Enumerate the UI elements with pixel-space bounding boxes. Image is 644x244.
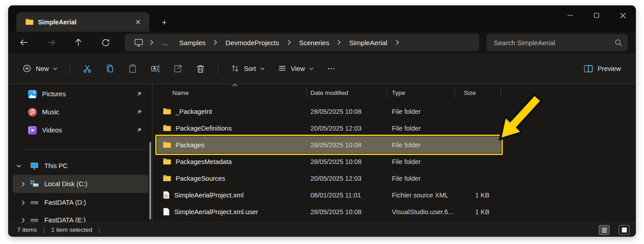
- breadcrumb-item-simpleaerial[interactable]: SimpleAerial: [344, 37, 391, 48]
- sidebar-divider: [22, 149, 146, 150]
- details-view-toggle[interactable]: [599, 225, 610, 235]
- file-type: File folder: [387, 141, 455, 149]
- breadcrumb-chevron-icon[interactable]: [335, 40, 343, 45]
- cut-button[interactable]: [77, 60, 97, 78]
- chevron-down-icon[interactable]: [13, 164, 24, 168]
- file-type: File folder: [387, 108, 455, 115]
- file-type: VisualStudio.user.6...: [387, 208, 455, 216]
- back-button[interactable]: [16, 35, 32, 50]
- main-content: Pictures Music: [8, 84, 636, 222]
- sidebar-item-label: Music: [42, 108, 59, 116]
- table-row-packagesmetadata[interactable]: PackagesMetadata 28/05/2025 10:08 File f…: [156, 153, 501, 170]
- sidebar-item-fastdata-e[interactable]: FastDATA (E:): [13, 211, 148, 222]
- new-plus-icon: [22, 64, 32, 73]
- copy-icon: [105, 64, 115, 74]
- explorer-tab[interactable]: SimpleAerial ✕: [16, 12, 149, 32]
- breadcrumb-overflow-button[interactable]: …: [157, 37, 173, 48]
- breadcrumb-item-samples[interactable]: Samples: [175, 37, 210, 48]
- copy-button[interactable]: [100, 60, 120, 78]
- back-arrow-icon: [19, 38, 29, 47]
- breadcrumb-chevron-icon[interactable]: [212, 40, 219, 45]
- forward-button[interactable]: [43, 35, 59, 50]
- table-row-simpleaerialproject-xml[interactable]: SimpleAerialProject.xml 08/01/2025 11:01…: [156, 187, 501, 203]
- rename-icon: [150, 64, 161, 74]
- minimize-button[interactable]: [557, 5, 583, 25]
- music-icon: [28, 108, 37, 117]
- address-bar: … Samples DevmodeProjects Sceneries Simp…: [8, 32, 636, 53]
- share-button[interactable]: [168, 60, 188, 78]
- table-row-simpleaerialproject-xml-user[interactable]: SimpleAerialProject.xml.user 28/05/2025 …: [156, 203, 501, 220]
- sidebar-item-videos[interactable]: Videos: [13, 121, 148, 139]
- tab-close-icon[interactable]: ✕: [132, 16, 144, 28]
- view-lines-icon: [277, 64, 287, 73]
- view-button[interactable]: View: [272, 60, 319, 78]
- breadcrumb-this-pc-button[interactable]: [131, 37, 146, 49]
- thumbnail-view-toggle[interactable]: [619, 225, 630, 235]
- delete-button[interactable]: [191, 60, 210, 78]
- file-explorer-window: SimpleAerial ✕ +: [8, 5, 636, 237]
- column-header-date-modified[interactable]: Date modified: [307, 87, 387, 99]
- table-row-packageint[interactable]: _PackageInt 28/05/2025 10:08 File folder: [156, 103, 501, 120]
- new-button[interactable]: New: [17, 60, 62, 78]
- more-options-button[interactable]: [321, 60, 341, 78]
- rename-button[interactable]: [145, 60, 165, 78]
- this-pc-icon: [30, 162, 39, 170]
- breadcrumb-chevron-icon[interactable]: [394, 40, 401, 45]
- chevron-right-icon[interactable]: [13, 200, 24, 205]
- toolbar-divider: [70, 62, 70, 75]
- navigation-pane: Pictures Music: [8, 84, 153, 222]
- sidebar-item-music[interactable]: Music: [13, 103, 148, 121]
- file-table: Name Date modified Type Size _PackageInt…: [156, 85, 501, 220]
- search-input[interactable]: [494, 39, 615, 47]
- folder-icon: [163, 125, 171, 131]
- chevron-right-icon[interactable]: [13, 182, 24, 187]
- table-row-packages-selected[interactable]: Packages 28/05/2025 10:08 File folder: [156, 136, 501, 153]
- preview-button[interactable]: Preview: [578, 60, 626, 78]
- column-header-name[interactable]: Name: [156, 87, 307, 99]
- file-type: File folder: [387, 175, 455, 182]
- drive-icon: [30, 216, 39, 222]
- search-box: [487, 34, 628, 51]
- breadcrumb-chevron-icon[interactable]: [286, 40, 293, 45]
- share-icon: [173, 64, 183, 74]
- sidebar-item-label: FastDATA (D:): [44, 199, 86, 206]
- file-date: 20/05/2025 12:03: [307, 175, 387, 182]
- file-date: 20/05/2025 12:03: [307, 125, 387, 132]
- refresh-button[interactable]: [98, 35, 113, 50]
- up-button[interactable]: [71, 35, 86, 50]
- ellipsis-icon: [327, 64, 336, 73]
- toolbar-divider: [218, 62, 218, 75]
- breadcrumb-item-sceneries[interactable]: Sceneries: [295, 37, 334, 48]
- new-tab-button[interactable]: +: [157, 16, 171, 29]
- table-row-packagedefinitions[interactable]: PackageDefinitions 20/05/2025 12:03 File…: [156, 120, 501, 136]
- file-rows: _PackageInt 28/05/2025 10:08 File folder…: [156, 103, 501, 220]
- file-name: PackageDefinitions: [176, 125, 232, 132]
- sidebar-item-label: Pictures: [42, 90, 66, 98]
- preview-pane-icon: [583, 64, 593, 73]
- sidebar-item-local-disk-c[interactable]: Local Disk (C:): [13, 175, 148, 193]
- pin-icon: [136, 127, 142, 133]
- pin-icon: [136, 91, 142, 97]
- column-header-type[interactable]: Type: [387, 87, 455, 99]
- close-button[interactable]: [610, 5, 636, 25]
- paste-button[interactable]: [123, 60, 143, 78]
- column-headers: Name Date modified Type Size: [156, 85, 501, 100]
- breadcrumb-item-devmodeprojects[interactable]: DevmodeProjects: [221, 37, 283, 48]
- file-name: PackagesMetadata: [176, 158, 232, 165]
- sidebar-item-pictures[interactable]: Pictures: [13, 85, 148, 103]
- breadcrumb-chevron-icon[interactable]: [148, 40, 155, 45]
- sidebar-item-this-pc[interactable]: This PC: [13, 157, 148, 175]
- chevron-right-icon[interactable]: [13, 218, 24, 223]
- table-row-packagesources[interactable]: PackageSources 20/05/2025 12:03 File fol…: [156, 170, 501, 187]
- sort-button[interactable]: Sort: [225, 60, 270, 78]
- sidebar-item-fastdata-d[interactable]: FastDATA (D:): [13, 193, 148, 211]
- sidebar-scrollbar[interactable]: [149, 142, 151, 220]
- sort-button-label: Sort: [244, 65, 256, 72]
- column-header-size[interactable]: Size: [455, 87, 501, 99]
- column-header-label: Date modified: [310, 89, 348, 96]
- view-button-label: View: [291, 65, 305, 72]
- file-name: PackageSources: [176, 175, 225, 182]
- maximize-button[interactable]: [583, 5, 610, 25]
- folder-icon: [25, 19, 33, 25]
- file-size: 1 KB: [455, 208, 501, 216]
